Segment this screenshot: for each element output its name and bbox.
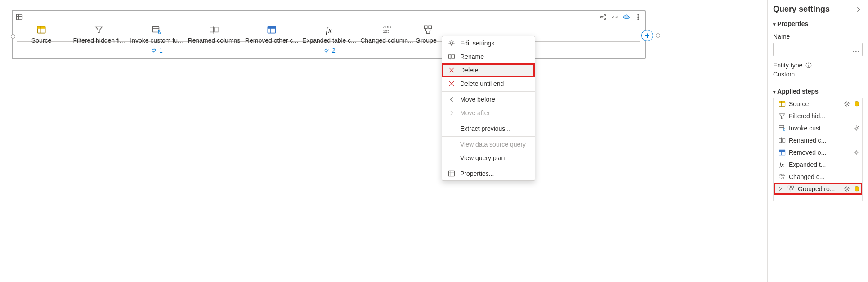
name-input[interactable] xyxy=(773,43,863,56)
table-icon xyxy=(447,170,456,178)
source-icon xyxy=(36,24,47,35)
step-label: Removed other c... xyxy=(243,37,300,44)
step-label: Source xyxy=(789,100,809,107)
step-label: Changed column... xyxy=(358,37,416,44)
applied-step-expanded[interactable]: Expanded t... xyxy=(774,158,862,170)
menu-label: View query plan xyxy=(460,154,505,161)
applied-step-renamed[interactable]: Renamed c... xyxy=(774,134,862,146)
output-port[interactable] xyxy=(656,33,660,38)
menu-extract-previous[interactable]: Extract previous... xyxy=(442,122,535,135)
gear-icon[interactable] xyxy=(853,125,860,132)
step-grouped[interactable]: Groupe xyxy=(416,24,441,44)
delete-icon xyxy=(447,66,456,74)
link-icon xyxy=(323,47,330,54)
filter-icon xyxy=(778,112,786,120)
applied-step-invoke[interactable]: Invoke cust... xyxy=(774,122,862,134)
menu-label: Extract previous... xyxy=(460,125,510,132)
database-icon xyxy=(853,185,860,192)
step-removed[interactable]: Removed other c... xyxy=(243,24,300,44)
step-label: Renamed columns xyxy=(185,37,243,44)
name-label: Name xyxy=(773,33,790,40)
step-label: Expanded table c... xyxy=(300,37,358,44)
step-label: Removed o... xyxy=(789,149,826,156)
menu-delete[interactable]: Delete xyxy=(442,63,535,77)
step-label: Changed c... xyxy=(789,173,824,180)
step-label: Expanded t... xyxy=(789,161,826,168)
table-fx-icon xyxy=(151,24,162,35)
menu-properties[interactable]: Properties... xyxy=(442,167,535,180)
menu-label: Delete xyxy=(460,67,478,74)
menu-rename[interactable]: Rename xyxy=(442,50,535,63)
chevron-right-icon xyxy=(447,109,456,117)
applied-step-changed[interactable]: Changed c... xyxy=(774,170,862,183)
menu-label: Move after xyxy=(460,109,490,116)
database-icon xyxy=(853,100,860,107)
abc123-icon xyxy=(778,173,786,181)
menu-label: Rename xyxy=(460,53,484,60)
step-source[interactable]: Source xyxy=(13,24,70,44)
step-invoke[interactable]: Invoke custom fu... 1 xyxy=(128,24,185,54)
gear-icon[interactable] xyxy=(843,100,850,107)
step-label: Invoke cust... xyxy=(789,125,826,132)
step-label: Source xyxy=(13,37,70,44)
applied-step-filtered[interactable]: Filtered hid... xyxy=(774,110,862,122)
link-count: 2 xyxy=(332,47,336,54)
menu-move-before[interactable]: Move before xyxy=(442,93,535,106)
group-icon xyxy=(787,185,795,193)
more-icon[interactable] xyxy=(634,13,642,21)
query-settings-panel: Query settings Properties Name Entity ty… xyxy=(767,0,868,282)
menu-move-after: Move after xyxy=(442,106,535,120)
menu-view-data-source-query: View data source query xyxy=(442,138,535,151)
abc123-icon xyxy=(381,24,393,35)
menu-label: View data source query xyxy=(460,141,526,148)
menu-edit-settings[interactable]: Edit settings xyxy=(442,36,535,50)
close-icon[interactable] xyxy=(778,186,784,192)
fx-icon xyxy=(778,161,786,169)
step-label: Renamed c... xyxy=(789,137,826,144)
menu-label: Edit settings xyxy=(460,40,494,47)
share-icon[interactable] xyxy=(599,13,607,21)
applied-step-removed[interactable]: Removed o... xyxy=(774,146,862,158)
entity-type-value: Custom xyxy=(773,71,863,78)
step-expanded[interactable]: Expanded table c... 2 xyxy=(300,24,358,54)
rename-icon xyxy=(447,53,456,61)
step-label: Invoke custom fu... xyxy=(128,37,185,44)
filter-icon xyxy=(93,24,105,35)
step-renamed[interactable]: Renamed columns xyxy=(185,24,243,44)
step-label: Grouped ro... xyxy=(798,185,835,192)
step-label: Filtered hid... xyxy=(789,112,825,120)
rename-icon xyxy=(778,136,786,144)
fx-icon xyxy=(323,24,335,35)
table-blue-icon xyxy=(778,148,786,157)
properties-section[interactable]: Properties xyxy=(773,20,863,27)
entity-type-label: Entity type xyxy=(773,62,802,69)
source-icon xyxy=(778,100,786,108)
menu-delete-until-end[interactable]: Delete until end xyxy=(442,77,535,90)
rename-icon xyxy=(208,24,220,35)
menu-view-query-plan[interactable]: View query plan xyxy=(442,151,535,165)
step-changed[interactable]: Changed column... xyxy=(358,24,416,44)
link-count: 1 xyxy=(159,47,163,54)
step-label: Filtered hidden fi... xyxy=(70,37,128,44)
gear-icon xyxy=(447,39,456,47)
step-label: Groupe xyxy=(416,37,441,44)
link-icon xyxy=(150,47,157,54)
applied-steps-section[interactable]: Applied steps xyxy=(773,88,863,95)
collapse-icon[interactable] xyxy=(611,13,619,21)
cloud-icon[interactable] xyxy=(622,13,631,21)
delete-icon xyxy=(447,80,456,88)
step-history-bar: + Source Filtered hidden fi... Invoke cu… xyxy=(12,10,646,59)
gear-icon[interactable] xyxy=(853,149,860,156)
step-filtered[interactable]: Filtered hidden fi... xyxy=(70,24,128,44)
menu-label: Move before xyxy=(460,96,495,103)
info-icon[interactable] xyxy=(805,62,812,69)
chevron-left-icon xyxy=(447,95,456,103)
applied-step-grouped[interactable]: Grouped ro... xyxy=(774,183,862,195)
applied-steps-list: Source Filtered hid... Invoke cust... Re… xyxy=(773,98,863,201)
step-context-menu: Edit settings Rename Delete Delete until… xyxy=(442,36,535,181)
chevron-right-icon[interactable] xyxy=(855,5,863,13)
gear-icon[interactable] xyxy=(843,185,850,192)
applied-step-source[interactable]: Source xyxy=(774,98,862,110)
group-icon xyxy=(422,24,434,35)
menu-label: Delete until end xyxy=(460,80,504,87)
